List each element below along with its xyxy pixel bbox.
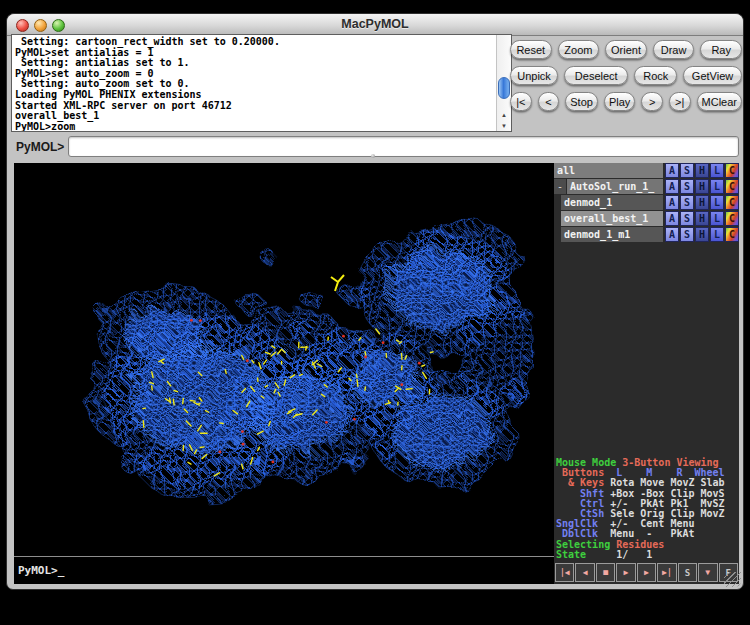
show-button[interactable]: S xyxy=(680,163,694,178)
stop-button[interactable]: ■ xyxy=(596,563,615,582)
movie-controls: |◀◀■▶▶▶|S▼F xyxy=(555,563,738,582)
show-button[interactable]: S xyxy=(680,227,694,242)
collapse-group-icon[interactable]: - xyxy=(554,179,566,194)
getview-button[interactable]: GetView xyxy=(683,66,742,85)
macpymol-window: MacPyMOL Setting: cartoon_rect_width set… xyxy=(6,13,744,590)
hide-button[interactable]: H xyxy=(695,195,709,210)
viewport[interactable]: allASHLC-AutoSol_run_1_ASHLCdenmod_1ASHL… xyxy=(14,163,739,584)
hide-button[interactable]: H xyxy=(695,227,709,242)
hide-button[interactable]: H xyxy=(695,179,709,194)
skip-end-button[interactable]: ▶| xyxy=(657,563,676,582)
label-button[interactable]: L xyxy=(710,195,724,210)
object-row: allASHLC xyxy=(554,163,739,178)
object-name[interactable]: all xyxy=(554,163,663,178)
resize-grip[interactable] xyxy=(724,572,741,587)
window-title: MacPyMOL xyxy=(7,17,743,31)
show-button[interactable]: S xyxy=(680,211,694,226)
hide-button[interactable]: H xyxy=(695,211,709,226)
menu-down-button[interactable]: ▼ xyxy=(698,563,717,582)
object-name[interactable]: denmod_1 xyxy=(561,195,663,210)
action-button[interactable]: A xyxy=(665,211,679,226)
color-button[interactable]: C xyxy=(725,227,739,242)
scroll-up-icon[interactable]: ▲ xyxy=(501,112,507,118)
density-mesh-rendering xyxy=(14,163,554,584)
color-button[interactable]: C xyxy=(725,195,739,210)
viewport-command-line[interactable]: PyMOL>_ xyxy=(14,556,554,584)
object-row: overall_best_1ASHLC xyxy=(554,211,739,226)
nav-button[interactable]: < xyxy=(538,92,560,111)
object-row: denmod_1ASHLC xyxy=(554,195,739,210)
scene-button[interactable]: S xyxy=(678,563,697,582)
console-line: overall_best_1 xyxy=(15,111,494,122)
orient-button[interactable]: Orient xyxy=(605,40,647,59)
reset-button[interactable]: Reset xyxy=(510,40,552,59)
prompt-label: PyMOL> xyxy=(16,140,64,154)
play-button[interactable]: Play xyxy=(604,92,635,111)
zoom-button[interactable]: Zoom xyxy=(558,40,600,59)
label-button[interactable]: L xyxy=(710,227,724,242)
object-list: allASHLC-AutoSol_run_1_ASHLCdenmod_1ASHL… xyxy=(554,163,739,242)
action-button[interactable]: A xyxy=(665,179,679,194)
object-row: denmod_1_m1ASHLC xyxy=(554,227,739,242)
console-line: PyMOL>zoom xyxy=(15,122,494,132)
toolbar: ResetZoomOrientDrawRayUnpickDeselectRock… xyxy=(510,40,742,118)
action-button[interactable]: A xyxy=(665,195,679,210)
nav-button[interactable]: |< xyxy=(510,92,532,111)
nav-button[interactable]: > xyxy=(641,92,663,111)
color-button[interactable]: C xyxy=(725,163,739,178)
deselect-button[interactable]: Deselect xyxy=(564,66,628,85)
mouse-mode-panel: Mouse Mode 3-Button Viewing Buttons L M … xyxy=(556,458,738,560)
console-line: Loading PyMOL PHENIX extensions xyxy=(15,90,494,101)
play-button[interactable]: ▶ xyxy=(616,563,635,582)
command-input[interactable] xyxy=(68,136,739,157)
label-button[interactable]: L xyxy=(710,163,724,178)
divider-handle[interactable] xyxy=(371,154,375,158)
mouse-panel-line: State 1/ 1 xyxy=(556,550,738,560)
title-bar[interactable]: MacPyMOL xyxy=(7,14,743,36)
stop-button[interactable]: Stop xyxy=(565,92,598,111)
color-button[interactable]: C xyxy=(725,211,739,226)
object-name[interactable]: AutoSol_run_1_ xyxy=(567,179,663,194)
console-line: Setting: cartoon_rect_width set to 0.200… xyxy=(15,37,494,48)
scrollbar-thumb[interactable] xyxy=(498,77,510,99)
label-button[interactable]: L xyxy=(710,179,724,194)
step-forward-button[interactable]: ▶ xyxy=(637,563,656,582)
object-name[interactable]: overall_best_1 xyxy=(561,211,663,226)
color-button[interactable]: C xyxy=(725,179,739,194)
step-back-button[interactable]: ◀ xyxy=(575,563,594,582)
console-scrollbar[interactable]: ▲ ▼ xyxy=(496,35,511,131)
object-row: -AutoSol_run_1_ASHLC xyxy=(554,179,739,194)
rewind-start-button[interactable]: |◀ xyxy=(555,563,574,582)
viewport-prompt: PyMOL>_ xyxy=(18,564,64,577)
show-button[interactable]: S xyxy=(680,195,694,210)
nav-button[interactable]: >| xyxy=(669,92,691,111)
unpick-button[interactable]: Unpick xyxy=(510,66,558,85)
object-name[interactable]: denmod_1_m1 xyxy=(561,227,663,242)
action-button[interactable]: A xyxy=(665,227,679,242)
label-button[interactable]: L xyxy=(710,211,724,226)
rock-button[interactable]: Rock xyxy=(634,66,677,85)
ray-button[interactable]: Ray xyxy=(700,40,742,59)
scroll-down-icon[interactable]: ▼ xyxy=(501,123,507,129)
draw-button[interactable]: Draw xyxy=(653,40,695,59)
show-button[interactable]: S xyxy=(680,179,694,194)
internal-gui-panel: allASHLC-AutoSol_run_1_ASHLCdenmod_1ASHL… xyxy=(554,163,739,584)
mclear-button[interactable]: MClear xyxy=(697,92,742,111)
action-button[interactable]: A xyxy=(665,163,679,178)
hide-button[interactable]: H xyxy=(695,163,709,178)
output-console[interactable]: Setting: cartoon_rect_width set to 0.200… xyxy=(11,34,512,132)
console-log: Setting: cartoon_rect_width set to 0.200… xyxy=(15,37,494,131)
